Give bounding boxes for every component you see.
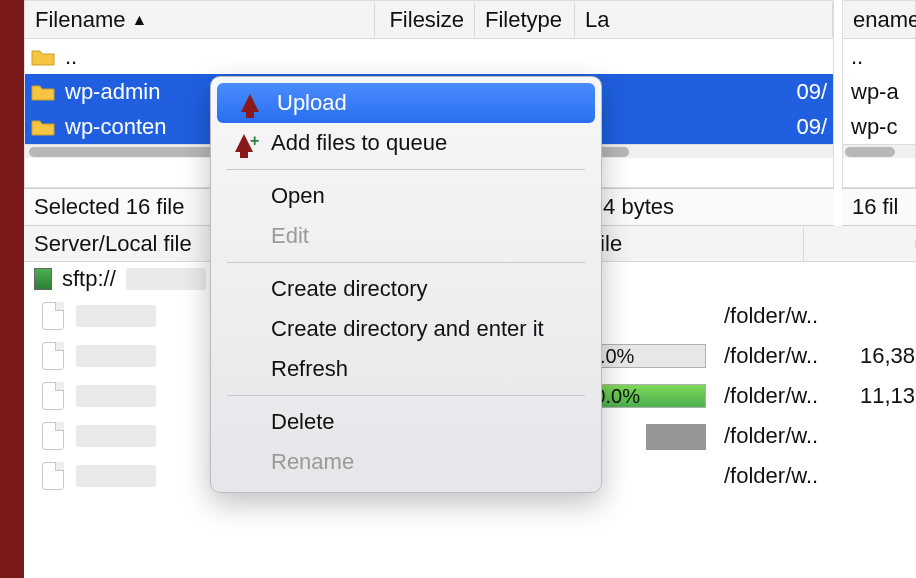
- remote-path: /folder/w..: [724, 343, 844, 369]
- menu-edit-label: Edit: [271, 223, 309, 249]
- menu-create-dir-enter-label: Create directory and enter it: [271, 316, 544, 342]
- local-file-redacted: [76, 385, 156, 407]
- menu-delete-label: Delete: [271, 409, 335, 435]
- remote-path: /folder/w..: [724, 303, 844, 329]
- menu-rename: Rename: [211, 442, 601, 482]
- remote-path: /folder/w..: [724, 423, 844, 449]
- local-file-redacted: [76, 345, 156, 367]
- file-name: wp-c: [851, 114, 897, 140]
- local-column-header: Filename ▲ Filesize Filetype La: [25, 1, 833, 39]
- menu-separator: [227, 262, 585, 263]
- menu-rename-label: Rename: [271, 449, 354, 475]
- server-host-redacted: [126, 268, 206, 290]
- menu-edit: Edit: [211, 216, 601, 256]
- transfer-col-extra[interactable]: [804, 240, 916, 248]
- parent-dir-label: ..: [65, 44, 395, 70]
- sort-asc-icon: ▲: [131, 12, 147, 28]
- menu-delete[interactable]: Delete: [211, 402, 601, 442]
- local-file-redacted: [76, 425, 156, 447]
- remote-row-parent[interactable]: ..: [843, 39, 915, 74]
- menu-open-label: Open: [271, 183, 325, 209]
- context-menu: Upload Add files to queue Open Edit Crea…: [210, 76, 602, 493]
- remote-column-name[interactable]: ename: [843, 3, 916, 37]
- local-status-selected: Selected 16 file: [34, 194, 184, 220]
- transfer-size: 11,13: [856, 383, 916, 409]
- remote-status-bar: 16 fil: [842, 188, 916, 226]
- remote-row-1[interactable]: wp-a: [843, 74, 915, 109]
- menu-upload[interactable]: Upload: [217, 83, 595, 123]
- folder-icon: [31, 82, 55, 102]
- local-status-size: 4 bytes: [603, 194, 674, 220]
- column-filesize[interactable]: Filesize: [375, 3, 475, 37]
- remote-file-pane: ename .. wp-a wp-c: [842, 0, 916, 188]
- local-file-redacted: [76, 465, 156, 487]
- remote-row-2[interactable]: wp-c: [843, 109, 915, 144]
- column-lastmod[interactable]: La: [575, 3, 833, 37]
- file-modified: 09/: [635, 114, 833, 140]
- menu-create-directory[interactable]: Create directory: [211, 269, 601, 309]
- column-filename[interactable]: Filename ▲: [25, 3, 375, 37]
- file-modified: 09/: [635, 79, 833, 105]
- file-icon: [42, 462, 64, 490]
- file-icon: [42, 422, 64, 450]
- remote-path: /folder/w..: [724, 383, 844, 409]
- upload-icon: [241, 94, 259, 112]
- menu-separator: [227, 169, 585, 170]
- menu-upload-label: Upload: [277, 90, 347, 116]
- file-icon: [42, 382, 64, 410]
- folder-icon: [31, 117, 55, 137]
- menu-open[interactable]: Open: [211, 176, 601, 216]
- menu-create-directory-enter[interactable]: Create directory and enter it: [211, 309, 601, 349]
- menu-add-to-queue[interactable]: Add files to queue: [211, 123, 601, 163]
- scrollbar-thumb[interactable]: [845, 147, 895, 157]
- server-icon: [34, 268, 52, 290]
- file-icon: [42, 342, 64, 370]
- upload-queue-icon: [235, 134, 253, 152]
- menu-separator: [227, 395, 585, 396]
- menu-add-queue-label: Add files to queue: [271, 130, 447, 156]
- remote-hscrollbar[interactable]: [843, 144, 915, 158]
- folder-icon: [31, 47, 55, 67]
- window-left-accent: [0, 0, 24, 578]
- remote-status-count: 16 fil: [852, 194, 898, 220]
- menu-create-dir-label: Create directory: [271, 276, 428, 302]
- file-name: wp-a: [851, 79, 899, 105]
- transfer-col-file[interactable]: file: [584, 227, 804, 261]
- menu-refresh[interactable]: Refresh: [211, 349, 601, 389]
- server-scheme: sftp://: [62, 266, 116, 292]
- remote-path: /folder/w..: [724, 463, 844, 489]
- remote-column-header: ename: [843, 1, 915, 39]
- file-icon: [42, 302, 64, 330]
- local-file-redacted: [76, 305, 156, 327]
- row-parent-dir[interactable]: ..: [25, 39, 833, 74]
- column-filename-label: Filename: [35, 7, 125, 33]
- column-filetype[interactable]: Filetype: [475, 3, 575, 37]
- progress-placeholder: [646, 424, 706, 450]
- transfer-size: 16,38: [856, 343, 916, 369]
- parent-dir-label: ..: [851, 44, 863, 70]
- menu-refresh-label: Refresh: [271, 356, 348, 382]
